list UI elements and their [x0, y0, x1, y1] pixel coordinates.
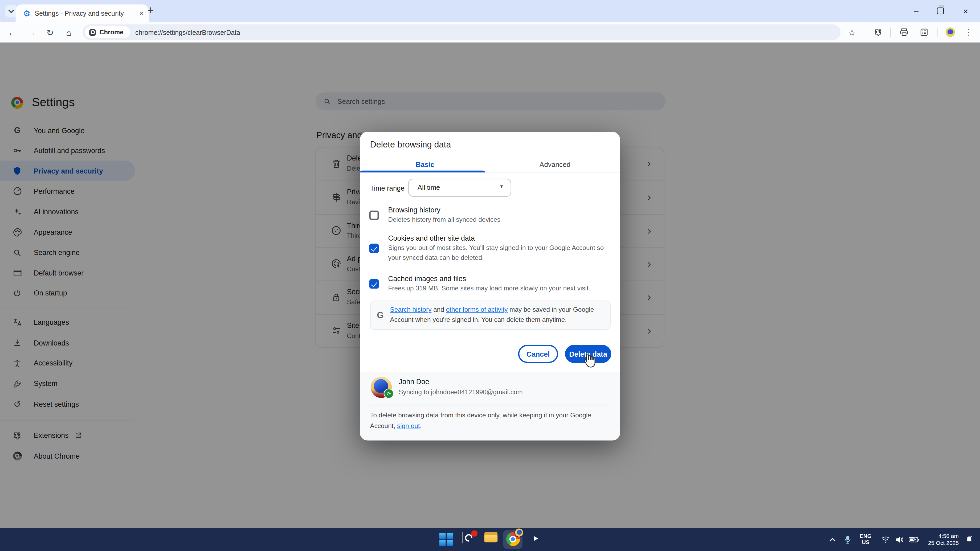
tray-date: 25 Oct 2025: [928, 540, 959, 546]
wifi-tray-icon[interactable]: [879, 528, 892, 551]
microphone-tray-icon[interactable]: [841, 528, 854, 551]
print-icon[interactable]: [895, 22, 913, 42]
tab-title: Settings - Privacy and security: [35, 9, 136, 17]
windows-taskbar: ENGUS 4:56 am 25 Oct 2025 z: [0, 528, 980, 551]
chevron-down-icon: [8, 9, 14, 13]
browser-menu-icon[interactable]: ⋮: [961, 22, 976, 42]
google-account-info-box: G Search history and other forms of acti…: [370, 300, 611, 330]
media-player-icon[interactable]: [529, 532, 543, 546]
search-history-link[interactable]: Search history: [390, 306, 431, 313]
tab-advanced[interactable]: Advanced: [490, 156, 620, 173]
browser-toolbar: ← → ↻ ⌂ Chrome chrome://settings/clearBr…: [0, 22, 980, 42]
tray-show-hidden-icons[interactable]: [826, 528, 839, 551]
checkbox-description: Signs you out of most sites. You'll stay…: [388, 243, 611, 263]
account-avatar: ⟳: [371, 376, 392, 398]
url-text[interactable]: chrome://settings/clearBrowserData: [135, 29, 240, 36]
checkbox-label: Cookies and other site data: [388, 234, 474, 242]
chrome-site-icon: [89, 29, 96, 36]
delete-browsing-data-dialog: Delete browsing data Basic Advanced Time…: [360, 132, 620, 440]
checkbox-cookies[interactable]: [369, 243, 379, 253]
settings-gear-icon: ⚙: [23, 8, 30, 18]
home-button[interactable]: ⌂: [60, 22, 78, 42]
checkbox-description: Deletes history from all synced devices: [388, 215, 611, 225]
window-close-button[interactable]: ×: [955, 0, 976, 22]
reload-button[interactable]: ↻: [41, 22, 59, 42]
obs-app-icon[interactable]: [462, 532, 476, 546]
footer-note: To delete browsing data from this device…: [370, 410, 612, 431]
account-name: John Doe: [399, 378, 429, 386]
other-activity-link[interactable]: other forms of activity: [446, 306, 508, 313]
time-range-value: All time: [418, 184, 440, 191]
notification-bell-icon[interactable]: z: [963, 528, 975, 551]
toolbar-separator: [937, 27, 937, 37]
dialog-title: Delete browsing data: [370, 140, 451, 149]
checkbox-label: Browsing history: [388, 206, 440, 213]
profile-badge: [514, 527, 524, 537]
dialog-footer: ⟳ John Doe Syncing to johndoee04121990@g…: [360, 372, 620, 440]
time-range-select[interactable]: All time ▼: [408, 179, 511, 197]
clock[interactable]: 4:56 am 25 Oct 2025: [918, 528, 959, 551]
window-minimize-button[interactable]: –: [906, 0, 927, 22]
screen: ⚙ Settings - Privacy and security × + – …: [0, 0, 980, 551]
browser-titlebar: ⚙ Settings - Privacy and security × + – …: [0, 0, 980, 22]
extensions-icon[interactable]: [870, 22, 886, 42]
checkbox-browsing-history[interactable]: [369, 211, 379, 220]
recording-badge: [471, 530, 477, 537]
profile-avatar[interactable]: [941, 22, 959, 42]
toolbar-separator: [890, 27, 891, 37]
file-explorer-icon[interactable]: [484, 532, 498, 546]
window-restore-button[interactable]: [929, 0, 951, 22]
bookmark-star-icon[interactable]: ☆: [844, 22, 860, 42]
footer-divider: [370, 405, 610, 405]
address-bar[interactable]: Chrome chrome://settings/clearBrowserDat…: [83, 24, 841, 40]
reading-list-panel-icon[interactable]: [915, 22, 932, 42]
tray-time: 4:56 am: [939, 533, 959, 540]
svg-text:z: z: [970, 535, 972, 538]
info-text: Search history and other forms of activi…: [390, 305, 606, 325]
google-g-icon: G: [377, 310, 384, 320]
dropdown-caret-icon: ▼: [499, 184, 504, 189]
site-info-chip[interactable]: Chrome: [85, 26, 130, 38]
chevron-up-icon: [829, 538, 835, 541]
volume-tray-icon[interactable]: [892, 528, 906, 551]
active-tab-underline: [360, 171, 485, 173]
checkbox-cached-images[interactable]: [369, 279, 379, 289]
site-chip-label: Chrome: [99, 29, 123, 36]
sign-out-link[interactable]: sign out: [397, 422, 420, 429]
checkbox-description: Frees up 319 MB. Some sites may load mor…: [388, 284, 611, 294]
cancel-button[interactable]: Cancel: [518, 345, 558, 363]
account-sync-status: Syncing to johndoee04121990@gmail.com: [399, 389, 522, 395]
mouse-cursor: [581, 353, 598, 368]
back-button[interactable]: ←: [4, 22, 21, 42]
start-button[interactable]: [439, 532, 453, 546]
chrome-app-active[interactable]: [503, 529, 522, 549]
new-tab-button[interactable]: +: [142, 2, 159, 19]
time-range-label: Time range: [370, 184, 404, 192]
browser-tab[interactable]: ⚙ Settings - Privacy and security ×: [16, 4, 149, 22]
forward-button[interactable]: →: [22, 22, 40, 42]
language-indicator[interactable]: ENGUS: [858, 528, 874, 551]
sync-badge-icon: ⟳: [384, 389, 394, 399]
checkbox-label: Cached images and files: [388, 275, 466, 283]
